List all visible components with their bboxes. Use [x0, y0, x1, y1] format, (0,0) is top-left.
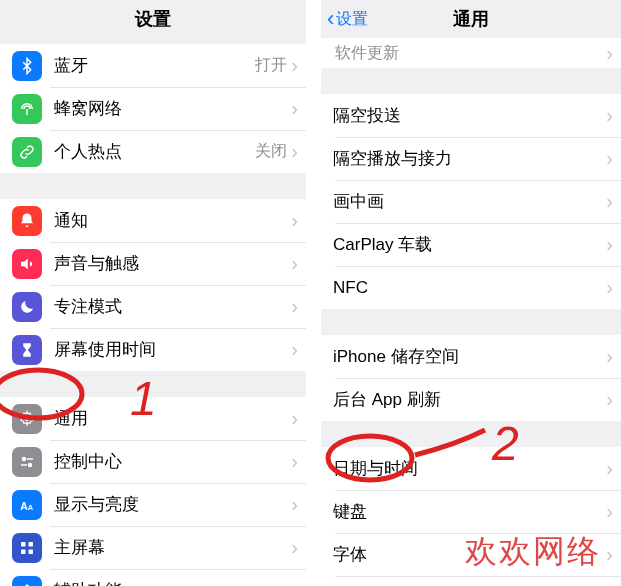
chevron-right-icon: ›: [606, 457, 613, 480]
back-button[interactable]: ‹ 设置: [327, 6, 368, 32]
row-focus[interactable]: 专注模式 ›: [0, 285, 306, 328]
row-label: CarPlay 车载: [333, 233, 606, 256]
textsize-icon: AA: [12, 490, 42, 520]
svg-rect-10: [29, 549, 34, 554]
svg-rect-7: [21, 542, 26, 547]
row-label: 通知: [54, 209, 291, 232]
row-label: 隔空投送: [333, 104, 606, 127]
hourglass-icon: [12, 335, 42, 365]
chevron-right-icon: ›: [291, 536, 298, 559]
switches-icon: [12, 447, 42, 477]
row-homescreen[interactable]: 主屏幕 ›: [0, 526, 306, 569]
svg-rect-9: [21, 549, 26, 554]
chevron-left-icon: ‹: [327, 6, 334, 32]
row-sounds[interactable]: 声音与触感 ›: [0, 242, 306, 285]
header: 设置: [0, 0, 306, 38]
chevron-right-icon: ›: [291, 97, 298, 120]
moon-icon: [12, 292, 42, 322]
row-airplay[interactable]: 隔空播放与接力 ›: [321, 137, 621, 180]
row-bluetooth[interactable]: 蓝牙 打开 ›: [0, 44, 306, 87]
row-label: 日期与时间: [333, 457, 606, 480]
row-control-center[interactable]: 控制中心 ›: [0, 440, 306, 483]
chevron-right-icon: ›: [606, 233, 613, 256]
divider: [306, 0, 321, 586]
row-accessibility[interactable]: 辅助功能 ›: [0, 569, 306, 586]
row-keyboard[interactable]: 键盘 ›: [321, 490, 621, 533]
bell-icon: [12, 206, 42, 236]
chevron-right-icon: ›: [606, 190, 613, 213]
row-value: 打开: [255, 55, 287, 76]
svg-text:A: A: [28, 502, 34, 511]
row-label: 显示与亮度: [54, 493, 291, 516]
general-panel: ‹ 设置 通用 软件更新 › 隔空投送 › 隔空播放与接力 › 画中画 › Ca…: [321, 0, 621, 586]
settings-panel: 设置 蓝牙 打开 › 蜂窝网络 › 个人热点 关闭 ›: [0, 0, 306, 586]
chevron-right-icon: ›: [606, 276, 613, 299]
group-airdrop: 隔空投送 › 隔空播放与接力 › 画中画 › CarPlay 车载 › NFC …: [321, 94, 621, 309]
back-label: 设置: [336, 9, 368, 30]
row-screentime[interactable]: 屏幕使用时间 ›: [0, 328, 306, 371]
row-label: 键盘: [333, 500, 606, 523]
group-storage: iPhone 储存空间 › 后台 App 刷新 ›: [321, 335, 621, 421]
row-label: 画中画: [333, 190, 606, 213]
row-label: 主屏幕: [54, 536, 291, 559]
row-label: 隔空播放与接力: [333, 147, 606, 170]
row-datetime[interactable]: 日期与时间 ›: [321, 447, 621, 490]
chevron-right-icon: ›: [606, 345, 613, 368]
group-connectivity: 蓝牙 打开 › 蜂窝网络 › 个人热点 关闭 ›: [0, 44, 306, 173]
svg-point-0: [25, 416, 30, 421]
row-background-refresh[interactable]: 后台 App 刷新 ›: [321, 378, 621, 421]
header: ‹ 设置 通用: [321, 0, 621, 38]
chevron-right-icon: ›: [291, 209, 298, 232]
row-value: 关闭: [255, 141, 287, 162]
watermark: 欢欢网络: [465, 530, 601, 574]
chevron-right-icon: ›: [291, 407, 298, 430]
row-label: 屏幕使用时间: [54, 338, 291, 361]
page-title: 通用: [453, 7, 489, 31]
row-cellular[interactable]: 蜂窝网络 ›: [0, 87, 306, 130]
chevron-right-icon: ›: [606, 388, 613, 411]
chevron-right-icon: ›: [606, 147, 613, 170]
row-language[interactable]: 语言与地区 ›: [321, 576, 621, 586]
chevron-right-icon: ›: [291, 295, 298, 318]
row-label: 蜂窝网络: [54, 97, 291, 120]
chevron-right-icon: ›: [291, 338, 298, 361]
row-label: 通用: [54, 407, 291, 430]
svg-point-3: [29, 463, 32, 466]
antenna-icon: [12, 94, 42, 124]
group-notifications: 通知 › 声音与触感 › 专注模式 › 屏幕使用时间 ›: [0, 199, 306, 371]
row-software-update-partial[interactable]: 软件更新 ›: [321, 38, 621, 68]
svg-rect-8: [29, 542, 34, 547]
row-storage[interactable]: iPhone 储存空间 ›: [321, 335, 621, 378]
link-icon: [12, 137, 42, 167]
row-nfc[interactable]: NFC ›: [321, 266, 621, 309]
row-pip[interactable]: 画中画 ›: [321, 180, 621, 223]
svg-point-1: [23, 457, 26, 460]
chevron-right-icon: ›: [291, 579, 298, 586]
chevron-right-icon: ›: [291, 493, 298, 516]
row-general[interactable]: 通用 ›: [0, 397, 306, 440]
chevron-right-icon: ›: [606, 42, 613, 65]
chevron-right-icon: ›: [291, 140, 298, 163]
row-label: 专注模式: [54, 295, 291, 318]
chevron-right-icon: ›: [291, 450, 298, 473]
row-label: 控制中心: [54, 450, 291, 473]
row-notifications[interactable]: 通知 ›: [0, 199, 306, 242]
row-airdrop[interactable]: 隔空投送 ›: [321, 94, 621, 137]
row-hotspot[interactable]: 个人热点 关闭 ›: [0, 130, 306, 173]
chevron-right-icon: ›: [606, 543, 613, 566]
grid-icon: [12, 533, 42, 563]
chevron-right-icon: ›: [606, 500, 613, 523]
chevron-right-icon: ›: [291, 54, 298, 77]
row-display[interactable]: AA 显示与亮度 ›: [0, 483, 306, 526]
bluetooth-icon: [12, 51, 42, 81]
page-title: 设置: [135, 7, 171, 31]
gear-icon: [12, 404, 42, 434]
group-general: 通用 › 控制中心 › AA 显示与亮度 › 主屏幕 ›: [0, 397, 306, 586]
chevron-right-icon: ›: [291, 252, 298, 275]
row-carplay[interactable]: CarPlay 车载 ›: [321, 223, 621, 266]
row-label: 声音与触感: [54, 252, 291, 275]
row-label: 蓝牙: [54, 54, 255, 77]
row-label: 个人热点: [54, 140, 255, 163]
row-label: NFC: [333, 278, 606, 298]
accessibility-icon: [12, 576, 42, 587]
